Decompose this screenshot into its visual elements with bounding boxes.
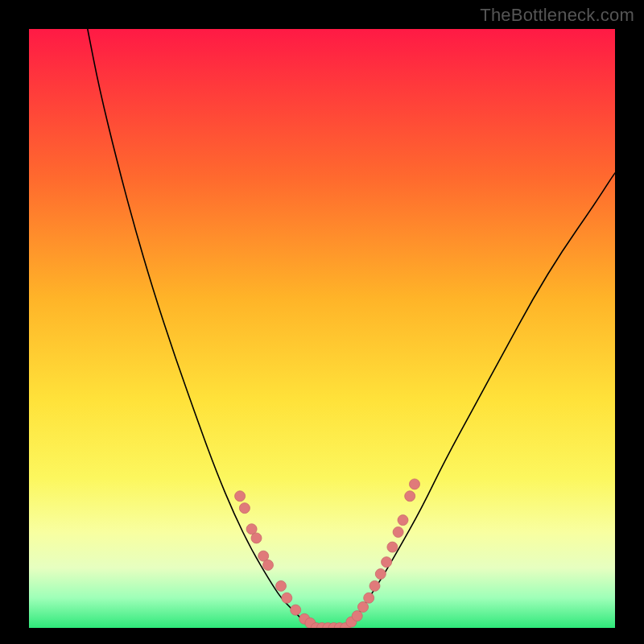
data-dot [358, 602, 369, 613]
data-dot [405, 491, 415, 502]
watermark-text: TheBottleneck.com [480, 5, 634, 26]
data-dot [276, 580, 287, 591]
curve-group [88, 29, 615, 628]
data-dot [352, 611, 362, 621]
data-dot [291, 605, 301, 615]
data-dot [387, 542, 398, 552]
data-dot [410, 479, 420, 489]
data-dot [239, 503, 250, 514]
data-dot [398, 515, 408, 526]
data-dot [393, 527, 403, 538]
data-dot [369, 580, 380, 591]
data-dot [251, 533, 262, 543]
data-dot [382, 557, 392, 568]
data-dot [364, 592, 374, 603]
app-frame: TheBottleneck.com [0, 0, 644, 644]
bottleneck-chart [29, 29, 615, 628]
data-dot [263, 559, 274, 570]
data-dots-group [235, 479, 420, 628]
data-dot [282, 592, 292, 603]
curve-left [88, 29, 311, 628]
plot-area [29, 29, 615, 628]
data-dot [375, 569, 386, 580]
data-dot [235, 491, 246, 502]
